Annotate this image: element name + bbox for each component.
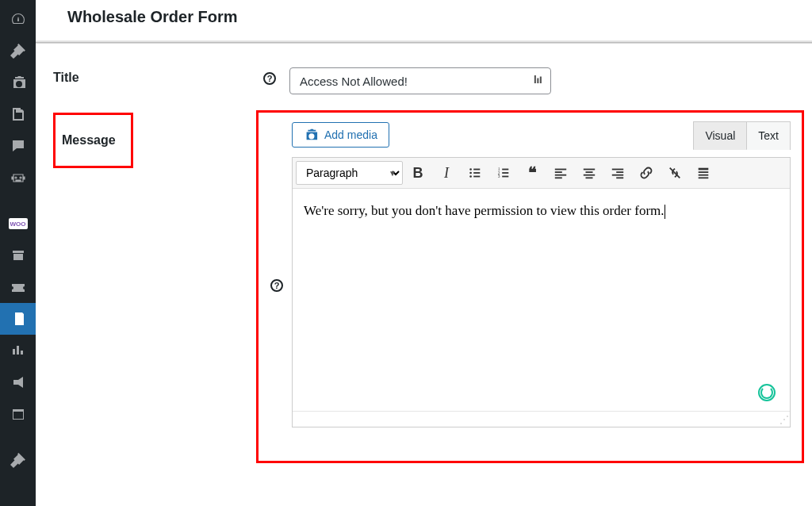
editor-tabs: Visual Text [693, 121, 791, 150]
megaphone-icon [10, 374, 26, 390]
sidebar-item-robot[interactable] [0, 162, 36, 194]
svg-rect-18 [584, 174, 595, 176]
ticket-icon [10, 279, 26, 295]
sidebar-item-media[interactable] [0, 67, 36, 98]
svg-rect-7 [502, 169, 508, 171]
sidebar-item-archive[interactable] [0, 240, 36, 271]
svg-rect-26 [699, 174, 709, 176]
sidebar-item-dashboard[interactable] [0, 3, 36, 35]
svg-rect-12 [555, 169, 566, 171]
tab-text[interactable]: Text [747, 121, 791, 150]
title-field-row: Title ? [53, 67, 804, 94]
robot-icon [10, 170, 26, 186]
sidebar-item-plugins[interactable] [0, 444, 36, 476]
svg-rect-13 [555, 171, 562, 173]
italic-button[interactable]: I [433, 161, 460, 185]
admin-sidebar: WOO [0, 0, 36, 506]
svg-rect-21 [616, 171, 623, 173]
sidebar-item-separator-2 [0, 430, 36, 444]
blockquote-button[interactable]: ❝ [519, 161, 546, 185]
sidebar-item-woo[interactable]: WOO [0, 208, 36, 240]
link-button[interactable] [633, 161, 660, 185]
dashboard-icon [10, 11, 26, 27]
svg-rect-24 [699, 168, 709, 171]
svg-point-4 [469, 175, 472, 178]
svg-rect-25 [699, 171, 709, 173]
message-editor-wrapper: ? Add media Visual Text Paragraph [256, 110, 804, 463]
message-label: Message [53, 113, 133, 168]
svg-rect-5 [473, 176, 480, 178]
input-icon [532, 74, 543, 88]
sidebar-item-comments[interactable] [0, 130, 36, 162]
svg-point-0 [469, 168, 472, 171]
align-center-button[interactable] [576, 161, 603, 185]
page-header: Wholesale Order Form [36, 0, 812, 42]
svg-rect-1 [473, 169, 480, 171]
pin-icon [10, 43, 26, 59]
title-input[interactable] [289, 67, 551, 94]
sidebar-item-ticket[interactable] [0, 271, 36, 303]
sidebar-item-appearance[interactable] [0, 398, 36, 430]
help-icon[interactable]: ? [270, 279, 283, 292]
sidebar-item-pages[interactable] [0, 98, 36, 130]
align-right-button[interactable] [604, 161, 631, 185]
sidebar-item-analytics[interactable] [0, 335, 36, 366]
svg-rect-20 [612, 169, 623, 171]
page-title: Wholesale Order Form [67, 8, 780, 26]
format-dropdown[interactable]: Paragraph [296, 161, 403, 185]
add-media-label: Add media [324, 128, 377, 141]
number-list-button[interactable]: 123 [490, 161, 517, 185]
editor-content-area[interactable]: We're sorry, but you don't have permissi… [293, 189, 790, 411]
editor-status-bar: ⋰ [293, 411, 790, 427]
svg-rect-16 [584, 169, 595, 171]
sidebar-item-pin[interactable] [0, 35, 36, 67]
unlink-button[interactable] [661, 161, 688, 185]
sidebar-item-marketing[interactable] [0, 366, 36, 398]
chart-icon [10, 343, 26, 358]
comment-icon [10, 138, 26, 154]
add-media-button[interactable]: Add media [292, 122, 389, 148]
svg-rect-17 [586, 171, 593, 173]
bold-button[interactable]: B [404, 161, 431, 185]
svg-rect-15 [555, 177, 562, 178]
message-field-row: Message ? Add media Visual Text [53, 121, 804, 463]
sidebar-item-separator [0, 194, 36, 208]
align-left-button[interactable] [547, 161, 574, 185]
bullet-list-button[interactable] [462, 161, 488, 185]
svg-rect-19 [586, 177, 593, 178]
svg-text:3: 3 [498, 174, 500, 178]
camera-icon [10, 75, 26, 90]
wysiwyg-editor: Paragraph ▼ B I 123 ❝ [292, 157, 791, 427]
archive-icon [10, 247, 26, 263]
calendar-icon [10, 406, 26, 422]
svg-rect-22 [612, 174, 623, 176]
svg-rect-23 [616, 177, 623, 178]
form-icon [10, 311, 26, 327]
tab-visual[interactable]: Visual [693, 121, 747, 150]
pages-icon [10, 106, 26, 122]
title-label: Title [53, 67, 258, 85]
svg-rect-3 [473, 172, 480, 174]
grammarly-icon[interactable] [758, 384, 776, 401]
resize-handle[interactable]: ⋰ [779, 414, 787, 425]
svg-rect-9 [502, 172, 508, 174]
svg-rect-11 [502, 176, 508, 178]
main-content: Wholesale Order Form Title ? M [36, 0, 812, 506]
woo-badge-icon: WOO [9, 218, 28, 229]
help-icon[interactable]: ? [263, 72, 276, 85]
camera-icon [304, 128, 318, 142]
svg-point-2 [469, 172, 472, 174]
svg-rect-14 [555, 174, 566, 176]
svg-rect-27 [699, 177, 709, 178]
sidebar-item-form[interactable] [0, 303, 36, 335]
plug-icon [10, 452, 26, 468]
toolbar-toggle-button[interactable] [690, 161, 717, 185]
editor-toolbar: Paragraph ▼ B I 123 ❝ [293, 158, 790, 189]
